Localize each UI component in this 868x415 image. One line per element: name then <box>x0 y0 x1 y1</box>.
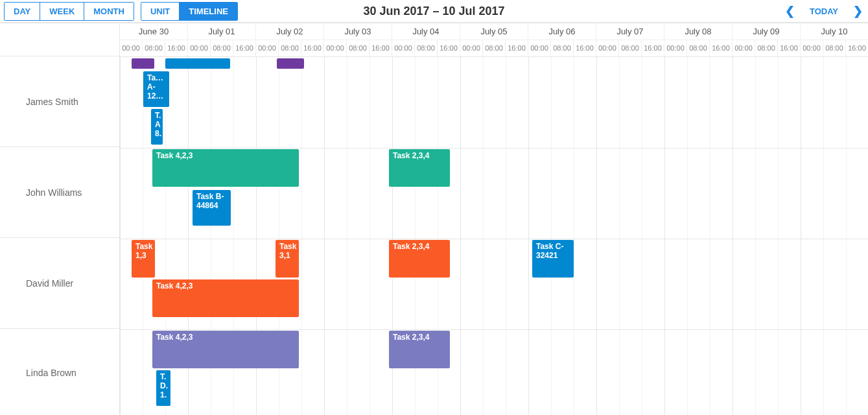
grid-vline <box>506 57 506 415</box>
timeline-event[interactable] <box>277 58 304 69</box>
hour-header-cell: 16:00 <box>846 40 868 56</box>
prev-button[interactable]: ❮ <box>784 5 797 18</box>
grid-vline <box>483 57 484 415</box>
hour-header-cell: 00:00 <box>801 40 823 56</box>
event-label: Task 2,3,4 <box>393 333 429 342</box>
hour-header-cell: 16:00 <box>710 40 733 56</box>
mode-timeline-button[interactable]: TIMELINE <box>180 3 237 20</box>
timeline-event[interactable]: Task 3,1 <box>276 240 299 278</box>
timeline-event[interactable]: T. A 8. <box>151 109 163 145</box>
timeline-event[interactable] <box>165 58 230 69</box>
grid-vline <box>301 57 302 415</box>
date-header-cell: July 03 <box>324 23 392 40</box>
hour-header-cell: 08:00 <box>415 40 438 56</box>
timeline-event[interactable]: T. D. 1. <box>156 370 170 406</box>
grid-vline <box>642 57 642 415</box>
hour-header-cell: 00:00 <box>460 40 483 56</box>
toolbar: DAY WEEK MONTH UNIT TIMELINE 30 Jun 2017… <box>0 0 868 23</box>
grid-vline <box>687 57 688 415</box>
grid-vline <box>823 57 824 415</box>
view-month-button[interactable]: MONTH <box>84 3 134 20</box>
grid-vline <box>574 57 574 415</box>
grid-vline <box>143 57 143 415</box>
timeline-event[interactable]: Task C-32421 <box>532 240 574 278</box>
event-label: Task 2,3,4 <box>393 151 429 160</box>
hour-header-cell: 00:00 <box>392 40 415 56</box>
hour-header-cell: 08:00 <box>551 40 574 56</box>
event-label: Task 4,2,3 <box>156 333 193 342</box>
date-nav: ❮ TODAY ❯ <box>784 5 864 18</box>
hour-header-cell: 16:00 <box>642 40 664 56</box>
today-button[interactable]: TODAY <box>810 6 838 16</box>
hour-header-cell: 08:00 <box>823 40 846 56</box>
hour-header-cell: 16:00 <box>778 40 801 56</box>
timeline-event[interactable]: Task 4,2,3 <box>152 279 299 317</box>
hour-header-cell: 00:00 <box>733 40 755 56</box>
resource-header <box>0 23 119 56</box>
hour-header-cell: 08:00 <box>755 40 778 56</box>
timeline-event[interactable]: Task 4,2,3 <box>152 331 299 368</box>
hour-header-cell: 16:00 <box>165 40 188 56</box>
hour-header-cell: 00:00 <box>324 40 347 56</box>
event-label: Task 3,1 <box>279 242 296 260</box>
grid-vline <box>710 57 710 415</box>
grid-hline <box>120 239 868 239</box>
timeline-event[interactable]: Ta… A-12… <box>143 71 169 107</box>
grid-vline <box>120 57 121 415</box>
resource-row: James Smith <box>0 56 119 147</box>
timeline-event[interactable]: Task 2,3,4 <box>389 331 450 368</box>
grid-vline <box>551 57 552 415</box>
date-header-cell: July 08 <box>664 23 733 40</box>
timeline-event[interactable]: Task 2,3,4 <box>389 240 450 278</box>
event-label: Ta… A-12… <box>147 73 163 101</box>
hour-header-cell: 08:00 <box>143 40 165 56</box>
grid-hline <box>120 148 868 148</box>
resource-name: David Miller <box>26 278 73 289</box>
date-header-cell: June 30 <box>120 23 188 40</box>
grid-vline <box>755 57 756 415</box>
hour-header-cell: 08:00 <box>619 40 642 56</box>
hour-header-cell: 16:00 <box>574 40 596 56</box>
timeline-column-wrapper: June 30July 01July 02July 03July 04July … <box>120 23 868 415</box>
grid-vline <box>733 57 733 415</box>
timeline-event[interactable] <box>132 58 154 69</box>
grid-vline <box>846 57 847 415</box>
timeline-event[interactable]: Task 2,3,4 <box>389 149 450 187</box>
scheduler: James SmithJohn WilliamsDavid MillerLind… <box>0 23 868 415</box>
resource-row: Linda Brown <box>0 329 119 415</box>
hour-header: 00:0008:0016:0000:0008:0016:0000:0008:00… <box>120 40 868 57</box>
next-button[interactable]: ❯ <box>851 5 864 18</box>
timeline-event[interactable]: Task 1,3 <box>132 240 155 278</box>
timeline-event[interactable]: Task 4,2,3 <box>152 149 299 187</box>
event-label: T. D. 1. <box>160 372 168 399</box>
date-header-cell: July 09 <box>733 23 801 40</box>
hour-header-cell: 00:00 <box>256 40 279 56</box>
hour-header-cell: 00:00 <box>120 40 143 56</box>
event-label: Task 4,2,3 <box>156 151 193 160</box>
resource-column: James SmithJohn WilliamsDavid MillerLind… <box>0 23 120 415</box>
mode-unit-button[interactable]: UNIT <box>141 3 180 20</box>
grid-vline <box>460 57 461 415</box>
hour-header-cell: 00:00 <box>664 40 687 56</box>
date-header-cell: July 10 <box>801 23 868 40</box>
grid-hline <box>120 329 868 330</box>
timeline-event[interactable]: Task B-44864 <box>193 190 231 226</box>
hour-header-cell: 08:00 <box>687 40 710 56</box>
hour-header-cell: 16:00 <box>233 40 256 56</box>
hour-header-cell: 16:00 <box>301 40 324 56</box>
view-range-group: DAY WEEK MONTH <box>4 2 134 21</box>
view-mode-group: UNIT TIMELINE <box>141 2 238 21</box>
timeline-column: June 30July 01July 02July 03July 04July … <box>120 23 868 415</box>
view-week-button[interactable]: WEEK <box>40 3 84 20</box>
grid-vline <box>528 57 529 415</box>
view-day-button[interactable]: DAY <box>5 3 40 20</box>
hour-header-cell: 00:00 <box>528 40 551 56</box>
resource-row: John Williams <box>0 147 119 238</box>
resource-row: David Miller <box>0 238 119 329</box>
resource-name: John Williams <box>26 187 82 198</box>
date-range-label: 30 Jun 2017 – 10 Jul 2017 <box>363 5 504 18</box>
date-header: June 30July 01July 02July 03July 04July … <box>120 23 868 40</box>
resource-name: Linda Brown <box>26 368 76 378</box>
hour-header-cell: 08:00 <box>347 40 369 56</box>
event-label: Task 1,3 <box>135 242 152 260</box>
